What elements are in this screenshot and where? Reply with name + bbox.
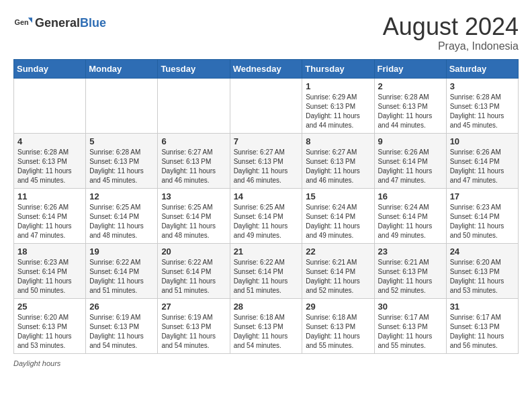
logo-general: General [35, 16, 80, 30]
day-info: Sunrise: 6:23 AM Sunset: 6:14 PM Dayligh… [450, 203, 515, 240]
day-number: 12 [89, 191, 154, 201]
day-number: 30 [378, 302, 443, 312]
weekday-header-monday: Monday [86, 59, 158, 78]
day-info: Sunrise: 6:25 AM Sunset: 6:14 PM Dayligh… [89, 203, 154, 240]
day-cell: 13Sunrise: 6:25 AM Sunset: 6:14 PM Dayli… [158, 188, 230, 243]
day-cell: 16Sunrise: 6:24 AM Sunset: 6:14 PM Dayli… [374, 188, 446, 243]
day-number: 5 [89, 136, 154, 146]
day-info: Sunrise: 6:24 AM Sunset: 6:14 PM Dayligh… [306, 203, 370, 240]
day-number: 16 [378, 191, 443, 201]
day-cell: 20Sunrise: 6:22 AM Sunset: 6:14 PM Dayli… [158, 243, 230, 298]
day-cell: 6Sunrise: 6:27 AM Sunset: 6:13 PM Daylig… [158, 133, 230, 188]
calendar-table: SundayMondayTuesdayWednesdayThursdayFrid… [13, 59, 519, 354]
weekday-header-wednesday: Wednesday [230, 59, 302, 78]
svg-text:Gen: Gen [15, 18, 29, 26]
day-cell: 3Sunrise: 6:28 AM Sunset: 6:13 PM Daylig… [446, 78, 518, 133]
day-number: 20 [161, 246, 226, 257]
day-cell [86, 78, 158, 133]
day-number: 2 [378, 81, 443, 91]
day-number: 22 [306, 246, 370, 257]
day-cell [230, 78, 302, 133]
day-number: 10 [450, 136, 515, 146]
day-info: Sunrise: 6:28 AM Sunset: 6:13 PM Dayligh… [450, 93, 515, 130]
day-number: 26 [89, 302, 154, 312]
daylight-label: Daylight hours [13, 359, 60, 367]
day-cell: 15Sunrise: 6:24 AM Sunset: 6:14 PM Dayli… [302, 188, 374, 243]
day-number: 24 [450, 246, 515, 257]
day-info: Sunrise: 6:28 AM Sunset: 6:13 PM Dayligh… [378, 93, 443, 130]
day-info: Sunrise: 6:26 AM Sunset: 6:14 PM Dayligh… [17, 203, 82, 240]
day-number: 18 [17, 246, 82, 257]
day-number: 21 [234, 246, 299, 257]
logo-blue: Blue [80, 16, 106, 30]
logo: Gen GeneralBlue [13, 13, 106, 32]
day-cell: 14Sunrise: 6:25 AM Sunset: 6:14 PM Dayli… [230, 188, 302, 243]
day-cell: 8Sunrise: 6:27 AM Sunset: 6:13 PM Daylig… [302, 133, 374, 188]
day-number: 31 [450, 302, 515, 312]
day-number: 3 [450, 81, 515, 91]
day-number: 7 [234, 136, 299, 146]
day-cell: 23Sunrise: 6:21 AM Sunset: 6:13 PM Dayli… [374, 243, 446, 298]
month-year-title: August 2024 [383, 13, 519, 40]
day-number: 15 [306, 191, 370, 201]
page-header: Gen GeneralBlue August 2024 Praya, Indon… [13, 13, 519, 52]
day-info: Sunrise: 6:25 AM Sunset: 6:14 PM Dayligh… [161, 203, 226, 240]
day-info: Sunrise: 6:23 AM Sunset: 6:14 PM Dayligh… [17, 258, 82, 295]
week-row-5: 25Sunrise: 6:20 AM Sunset: 6:13 PM Dayli… [14, 298, 519, 353]
day-number: 29 [306, 302, 370, 312]
weekday-header-row: SundayMondayTuesdayWednesdayThursdayFrid… [14, 59, 519, 78]
day-info: Sunrise: 6:26 AM Sunset: 6:14 PM Dayligh… [378, 148, 443, 185]
day-cell: 28Sunrise: 6:18 AM Sunset: 6:13 PM Dayli… [230, 298, 302, 353]
day-info: Sunrise: 6:27 AM Sunset: 6:13 PM Dayligh… [306, 148, 370, 185]
day-cell: 29Sunrise: 6:18 AM Sunset: 6:13 PM Dayli… [302, 298, 374, 353]
day-cell: 12Sunrise: 6:25 AM Sunset: 6:14 PM Dayli… [86, 188, 158, 243]
day-cell: 1Sunrise: 6:29 AM Sunset: 6:13 PM Daylig… [302, 78, 374, 133]
day-info: Sunrise: 6:22 AM Sunset: 6:14 PM Dayligh… [234, 258, 299, 295]
day-info: Sunrise: 6:29 AM Sunset: 6:13 PM Dayligh… [306, 93, 370, 130]
day-cell: 30Sunrise: 6:17 AM Sunset: 6:13 PM Dayli… [374, 298, 446, 353]
day-info: Sunrise: 6:20 AM Sunset: 6:13 PM Dayligh… [17, 313, 82, 351]
day-cell: 26Sunrise: 6:19 AM Sunset: 6:13 PM Dayli… [86, 298, 158, 353]
day-number: 13 [161, 191, 226, 201]
day-cell: 18Sunrise: 6:23 AM Sunset: 6:14 PM Dayli… [14, 243, 86, 298]
week-row-4: 18Sunrise: 6:23 AM Sunset: 6:14 PM Dayli… [14, 243, 519, 298]
day-number: 23 [378, 246, 443, 257]
day-number: 17 [450, 191, 515, 201]
day-number: 9 [378, 136, 443, 146]
day-cell: 22Sunrise: 6:21 AM Sunset: 6:14 PM Dayli… [302, 243, 374, 298]
day-cell: 11Sunrise: 6:26 AM Sunset: 6:14 PM Dayli… [14, 188, 86, 243]
day-number: 28 [234, 302, 299, 312]
location-subtitle: Praya, Indonesia [383, 40, 519, 52]
day-cell: 10Sunrise: 6:26 AM Sunset: 6:14 PM Dayli… [446, 133, 518, 188]
day-info: Sunrise: 6:17 AM Sunset: 6:13 PM Dayligh… [378, 313, 443, 351]
weekday-header-sunday: Sunday [14, 59, 86, 78]
day-cell: 5Sunrise: 6:28 AM Sunset: 6:13 PM Daylig… [86, 133, 158, 188]
weekday-header-saturday: Saturday [446, 59, 518, 78]
day-info: Sunrise: 6:17 AM Sunset: 6:13 PM Dayligh… [450, 313, 515, 351]
day-info: Sunrise: 6:26 AM Sunset: 6:14 PM Dayligh… [450, 148, 515, 185]
day-info: Sunrise: 6:20 AM Sunset: 6:13 PM Dayligh… [450, 258, 515, 295]
day-cell: 25Sunrise: 6:20 AM Sunset: 6:13 PM Dayli… [14, 298, 86, 353]
day-info: Sunrise: 6:24 AM Sunset: 6:14 PM Dayligh… [378, 203, 443, 240]
day-number: 4 [17, 136, 82, 146]
day-cell: 31Sunrise: 6:17 AM Sunset: 6:13 PM Dayli… [446, 298, 518, 353]
day-cell: 7Sunrise: 6:27 AM Sunset: 6:13 PM Daylig… [230, 133, 302, 188]
day-info: Sunrise: 6:19 AM Sunset: 6:13 PM Dayligh… [161, 313, 226, 351]
day-number: 6 [161, 136, 226, 146]
weekday-header-friday: Friday [374, 59, 446, 78]
day-info: Sunrise: 6:28 AM Sunset: 6:13 PM Dayligh… [89, 148, 154, 185]
day-number: 27 [161, 302, 226, 312]
day-number: 14 [234, 191, 299, 201]
week-row-3: 11Sunrise: 6:26 AM Sunset: 6:14 PM Dayli… [14, 188, 519, 243]
day-number: 8 [306, 136, 370, 146]
logo-text: GeneralBlue [35, 16, 106, 30]
day-cell: 24Sunrise: 6:20 AM Sunset: 6:13 PM Dayli… [446, 243, 518, 298]
weekday-header-tuesday: Tuesday [158, 59, 230, 78]
generalblue-logo-icon: Gen [13, 13, 32, 32]
day-info: Sunrise: 6:22 AM Sunset: 6:14 PM Dayligh… [161, 258, 226, 295]
day-info: Sunrise: 6:18 AM Sunset: 6:13 PM Dayligh… [306, 313, 370, 351]
footer: Daylight hours [13, 359, 519, 367]
day-cell: 17Sunrise: 6:23 AM Sunset: 6:14 PM Dayli… [446, 188, 518, 243]
day-info: Sunrise: 6:27 AM Sunset: 6:13 PM Dayligh… [234, 148, 299, 185]
day-info: Sunrise: 6:19 AM Sunset: 6:13 PM Dayligh… [89, 313, 154, 351]
